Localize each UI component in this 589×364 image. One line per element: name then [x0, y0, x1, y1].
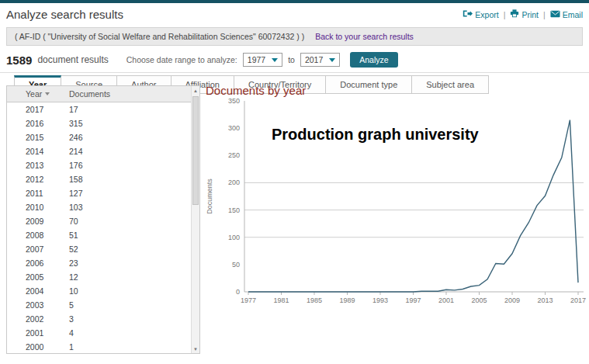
table-row: 2015246 [7, 130, 191, 144]
table-row: 2010103 [7, 200, 191, 214]
documents-by-year-chart: 0501001502002503003501977198119851989199… [206, 99, 589, 310]
year-cell: 2001 [7, 328, 69, 338]
printer-icon [510, 9, 519, 19]
year-cell: 2014 [7, 147, 69, 156]
year-cell: 2003 [7, 300, 69, 310]
year-cell: 2010 [7, 203, 69, 212]
results-bar: 1589 document results Choose date range … [0, 46, 589, 72]
table-row: 200851 [7, 228, 191, 242]
documents-cell: 51 [69, 231, 78, 240]
documents-cell: 10 [69, 286, 78, 296]
table-row: 2014214 [7, 144, 191, 158]
year-table-panel: Year Documents 2017172016315201524620142… [6, 85, 200, 354]
result-count-label: document results [37, 54, 108, 65]
page-title: Analyze search results [6, 8, 123, 21]
year-cell: 2008 [7, 231, 69, 240]
year-cell: 2012 [7, 175, 69, 184]
trend-line [248, 120, 578, 292]
x-tick-label: 1993 [372, 296, 388, 304]
y-tick-label: 350 [228, 99, 240, 105]
y-tick-label: 200 [228, 179, 240, 186]
export-button[interactable]: Export [463, 9, 498, 19]
year-cell: 2013 [7, 161, 69, 170]
chart-annotation: Production graph university [272, 126, 480, 143]
documents-cell: 4 [69, 328, 74, 338]
x-tick-label: 2013 [537, 296, 553, 304]
year-cell: 2004 [7, 286, 69, 296]
chart-title: Documents by year [206, 84, 589, 97]
year-cell: 2016 [7, 119, 69, 128]
chevron-down-icon [272, 58, 278, 62]
documents-cell: 127 [69, 189, 83, 198]
y-tick-label: 250 [228, 151, 240, 159]
documents-cell: 52 [69, 244, 78, 254]
table-row: 20023 [7, 312, 191, 326]
year-cell: 2007 [7, 244, 69, 254]
date-range-label: Choose date range to analyze: [126, 55, 237, 64]
query-bar: ( AF-ID ( "University of Social Welfare … [6, 27, 583, 46]
x-tick-label: 1977 [241, 296, 256, 304]
page-header: Analyze search results Export | Print | [0, 3, 589, 24]
table-scrollbar[interactable]: ▲ ▼ [191, 86, 199, 353]
x-tick-label: 2017 [570, 296, 586, 304]
chevron-down-icon [329, 58, 335, 62]
documents-cell: 246 [69, 133, 83, 142]
x-tick-label: 1981 [273, 296, 289, 304]
year-cell: 2015 [7, 133, 69, 142]
table-row: 200970 [7, 214, 191, 228]
table-row: 200623 [7, 256, 191, 270]
export-icon [463, 9, 473, 19]
documents-cell: 315 [69, 119, 83, 128]
documents-cell: 158 [69, 175, 83, 184]
y-tick-label: 150 [228, 206, 240, 214]
documents-cell: 5 [69, 300, 74, 310]
y-tick-label: 100 [228, 234, 240, 241]
table-row: 2013176 [7, 158, 191, 172]
year-cell: 2009 [7, 217, 69, 226]
documents-cell: 1 [69, 342, 74, 352]
table-row: 200410 [7, 284, 191, 298]
x-tick-label: 2001 [438, 296, 454, 304]
x-tick-label: 1989 [339, 296, 355, 304]
table-row: 20014 [7, 326, 191, 340]
year-column-header[interactable]: Year [7, 89, 69, 99]
back-to-results-link[interactable]: Back to your search results [315, 32, 414, 41]
email-button[interactable]: Email [550, 10, 583, 19]
scrollbar-thumb[interactable] [192, 96, 199, 205]
y-tick-label: 300 [228, 124, 240, 132]
y-axis-label: Documents [206, 179, 213, 214]
header-actions: Export | Print | Email [463, 9, 583, 19]
email-icon [550, 10, 560, 19]
scroll-up-icon[interactable]: ▲ [192, 86, 199, 95]
year-cell: 2006 [7, 258, 69, 268]
y-tick-label: 50 [232, 261, 240, 269]
documents-cell: 176 [69, 161, 83, 170]
table-body: 2017172016315201524620142142013176201215… [7, 102, 191, 353]
x-tick-label: 2005 [471, 296, 487, 304]
table-row: 2016315 [7, 116, 191, 130]
year-cell: 2002 [7, 314, 69, 324]
result-count: 1589 [6, 54, 32, 67]
year-cell: 2000 [7, 342, 69, 352]
from-year-select[interactable]: 1977 [243, 53, 282, 67]
x-tick-label: 1997 [405, 296, 421, 304]
table-row: 200512 [7, 270, 191, 284]
documents-cell: 214 [69, 147, 83, 156]
table-row: 2011127 [7, 186, 191, 200]
table-row: 2012158 [7, 172, 191, 186]
y-tick-label: 0 [236, 288, 240, 296]
documents-cell: 70 [69, 217, 78, 226]
query-text: ( AF-ID ( "University of Social Welfare … [15, 32, 304, 41]
print-button[interactable]: Print [510, 9, 539, 19]
analyze-button[interactable]: Analyze [350, 52, 397, 68]
year-cell: 2011 [7, 189, 69, 198]
sort-icon [45, 92, 50, 95]
divider [0, 72, 589, 73]
documents-cell: 17 [69, 105, 78, 114]
separator: | [543, 10, 546, 19]
scroll-down-icon[interactable]: ▼ [192, 345, 199, 353]
documents-cell: 23 [69, 258, 78, 268]
to-year-select[interactable]: 2017 [300, 53, 340, 67]
table-row: 201717 [7, 102, 191, 116]
year-cell: 2017 [7, 105, 69, 114]
